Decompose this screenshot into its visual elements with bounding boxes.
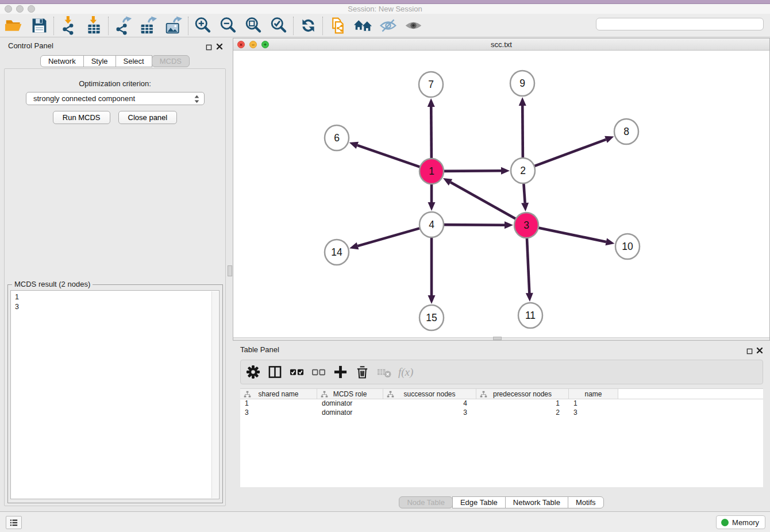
graph-edge-3-11[interactable] bbox=[526, 237, 533, 302]
graph-node-2[interactable]: 2 bbox=[511, 158, 535, 183]
network-canvas[interactable]: 1234678910111415 bbox=[233, 51, 769, 337]
result-scrollbar[interactable] bbox=[211, 291, 218, 498]
graph-node-1[interactable]: 1 bbox=[419, 159, 444, 184]
task-history-button[interactable] bbox=[6, 516, 22, 529]
tab-network-table[interactable]: Network Table bbox=[505, 496, 568, 508]
column-header-mcds-role[interactable]: MCDS role bbox=[317, 389, 383, 399]
table-panel-float-icon[interactable] bbox=[746, 346, 753, 357]
graph-edge-1-2[interactable] bbox=[442, 167, 510, 175]
export-image-icon[interactable] bbox=[161, 15, 186, 37]
tab-edge-table[interactable]: Edge Table bbox=[452, 496, 506, 508]
svg-text:8: 8 bbox=[623, 126, 629, 137]
zoom-out-icon[interactable] bbox=[215, 15, 241, 37]
hide-selected-icon[interactable] bbox=[375, 15, 401, 37]
delete-column-icon[interactable] bbox=[351, 361, 373, 383]
horizontal-splitter-handle[interactable] bbox=[493, 337, 502, 340]
save-session-icon[interactable] bbox=[26, 15, 52, 37]
column-header-successor-nodes[interactable]: successor nodes bbox=[383, 389, 476, 399]
criterion-select[interactable]: strongly connected component bbox=[26, 92, 205, 105]
table-body: 1dominator4113dominator323 bbox=[240, 399, 763, 418]
close-panel-button[interactable]: Close panel bbox=[118, 111, 178, 124]
first-neighbors-icon[interactable] bbox=[350, 15, 375, 37]
column-header-name[interactable]: name bbox=[569, 389, 618, 399]
cell-predecessor-nodes[interactable]: 1 bbox=[476, 399, 569, 408]
graph-node-10[interactable]: 10 bbox=[615, 234, 640, 259]
network-window-titlebar[interactable]: × − + scc.txt bbox=[233, 38, 769, 51]
export-network-icon[interactable] bbox=[110, 15, 136, 37]
tab-motifs[interactable]: Motifs bbox=[568, 496, 604, 508]
zoom-in-icon[interactable] bbox=[190, 15, 215, 37]
graph-edge-2-3[interactable] bbox=[521, 182, 529, 211]
graph-edge-1-6[interactable] bbox=[349, 142, 421, 168]
tab-style[interactable]: Style bbox=[83, 55, 116, 67]
cell-name[interactable]: 3 bbox=[569, 408, 618, 418]
graph-node-11[interactable]: 11 bbox=[518, 303, 542, 328]
memory-button[interactable]: Memory bbox=[716, 515, 765, 529]
control-panel-title: Control Panel bbox=[8, 41, 53, 50]
cell-name[interactable]: 1 bbox=[569, 399, 618, 408]
graph-node-9[interactable]: 9 bbox=[510, 71, 534, 96]
cell-mcds-role[interactable]: dominator bbox=[317, 408, 383, 418]
show-all-icon[interactable] bbox=[401, 15, 426, 37]
table-row[interactable]: 1dominator411 bbox=[240, 399, 763, 408]
graph-edge-4-14[interactable] bbox=[349, 228, 421, 250]
unselect-all-columns-icon[interactable] bbox=[307, 361, 329, 383]
column-header-shared-name[interactable]: shared name bbox=[240, 389, 317, 399]
cell-predecessor-nodes[interactable]: 2 bbox=[476, 408, 569, 418]
cell-mcds-role[interactable]: dominator bbox=[317, 399, 383, 408]
graph-edge-2-8[interactable] bbox=[533, 136, 614, 167]
tab-mcds[interactable]: MCDS bbox=[152, 55, 190, 67]
run-mcds-button[interactable]: Run MCDS bbox=[53, 111, 110, 124]
cell-shared-name[interactable]: 3 bbox=[240, 408, 317, 418]
table-row[interactable]: 3dominator323 bbox=[240, 408, 763, 418]
import-network-icon[interactable] bbox=[56, 15, 81, 37]
tab-node-table[interactable]: Node Table bbox=[399, 496, 453, 508]
search-input[interactable] bbox=[596, 18, 764, 30]
graph-edge-2-9[interactable] bbox=[519, 97, 526, 159]
window-titlebar: Session: New Session bbox=[0, 4, 770, 14]
graph-node-14[interactable]: 14 bbox=[325, 240, 349, 265]
graph-node-8[interactable]: 8 bbox=[614, 119, 638, 144]
graph-edge-3-1[interactable] bbox=[443, 178, 517, 219]
column-header-predecessor-nodes[interactable]: predecessor nodes bbox=[476, 389, 569, 399]
zoom-selected-icon[interactable] bbox=[266, 15, 291, 37]
graph-node-4[interactable]: 4 bbox=[419, 212, 444, 237]
copy-network-icon[interactable] bbox=[325, 15, 350, 37]
mcds-result-box[interactable]: 13 bbox=[10, 290, 220, 499]
graph-node-7[interactable]: 7 bbox=[419, 72, 443, 97]
table-header-row: shared nameMCDS rolesuccessor nodesprede… bbox=[240, 388, 763, 399]
tab-network[interactable]: Network bbox=[40, 55, 84, 67]
open-file-icon[interactable] bbox=[1, 15, 26, 37]
toolbar-separator bbox=[108, 17, 109, 35]
svg-text:6: 6 bbox=[334, 132, 340, 144]
graph-edge-1-4[interactable] bbox=[428, 183, 436, 211]
add-column-icon[interactable] bbox=[329, 361, 351, 383]
graph-node-6[interactable]: 6 bbox=[325, 125, 349, 151]
cell-successor-nodes[interactable]: 4 bbox=[383, 399, 476, 408]
zoom-fit-icon[interactable] bbox=[241, 15, 266, 37]
network-view-window: × − + scc.txt 1234678910111415 bbox=[233, 38, 770, 341]
cell-shared-name[interactable]: 1 bbox=[240, 399, 317, 408]
graph-edge-1-7[interactable] bbox=[428, 98, 435, 160]
graph-edge-4-15[interactable] bbox=[428, 236, 436, 304]
export-table-icon[interactable] bbox=[136, 15, 161, 37]
select-all-columns-icon[interactable] bbox=[286, 361, 307, 383]
graph-node-3[interactable]: 3 bbox=[514, 213, 538, 238]
svg-text:11: 11 bbox=[525, 310, 536, 321]
cell-successor-nodes[interactable]: 3 bbox=[383, 408, 476, 418]
table-panel-close-icon[interactable] bbox=[756, 346, 763, 356]
settings-gear-icon[interactable] bbox=[242, 361, 264, 383]
mcds-result-lines: 13 bbox=[11, 291, 219, 312]
control-panel-float-icon[interactable] bbox=[206, 43, 212, 53]
graph-edge-4-3[interactable] bbox=[442, 221, 513, 229]
mcds-result-title: MCDS result (2 nodes) bbox=[12, 280, 93, 288]
tab-select[interactable]: Select bbox=[116, 55, 152, 67]
split-columns-icon[interactable] bbox=[264, 361, 286, 383]
graph-edge-3-10[interactable] bbox=[537, 228, 615, 245]
refresh-icon[interactable] bbox=[295, 15, 321, 37]
import-table-icon[interactable] bbox=[81, 15, 106, 37]
svg-text:4: 4 bbox=[429, 219, 434, 230]
graph-node-15[interactable]: 15 bbox=[419, 305, 444, 330]
control-panel-close-icon[interactable] bbox=[216, 42, 223, 52]
vertical-splitter-handle[interactable] bbox=[228, 265, 232, 276]
